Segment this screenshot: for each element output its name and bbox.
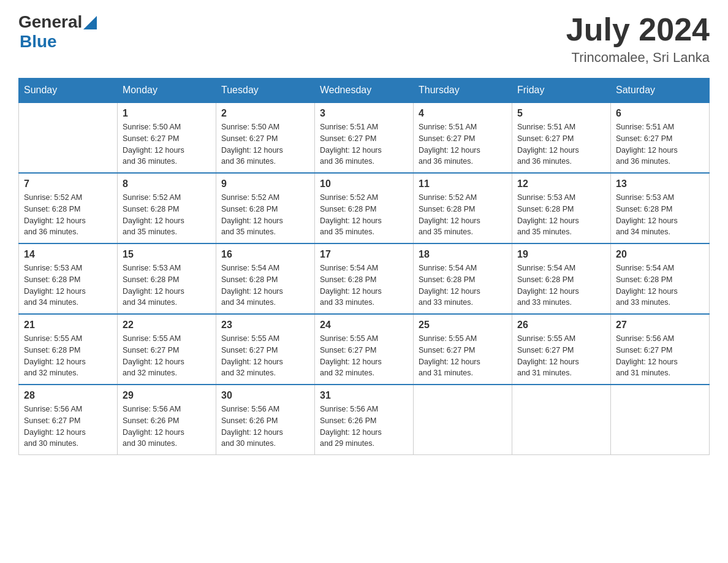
week-row-4: 28Sunrise: 5:56 AM Sunset: 6:27 PM Dayli… bbox=[19, 385, 710, 455]
day-number: 2 bbox=[221, 108, 309, 119]
day-number: 16 bbox=[221, 249, 309, 260]
calendar-cell bbox=[611, 385, 710, 455]
day-info: Sunrise: 5:56 AM Sunset: 6:27 PM Dayligh… bbox=[616, 333, 704, 379]
calendar-cell: 30Sunrise: 5:56 AM Sunset: 6:26 PM Dayli… bbox=[216, 385, 315, 455]
calendar-cell: 25Sunrise: 5:55 AM Sunset: 6:27 PM Dayli… bbox=[414, 314, 512, 385]
calendar-cell: 29Sunrise: 5:56 AM Sunset: 6:26 PM Dayli… bbox=[118, 385, 216, 455]
day-info: Sunrise: 5:52 AM Sunset: 6:28 PM Dayligh… bbox=[221, 192, 309, 238]
day-number: 28 bbox=[24, 390, 112, 401]
day-number: 4 bbox=[419, 108, 507, 119]
day-number: 17 bbox=[320, 249, 408, 260]
day-info: Sunrise: 5:54 AM Sunset: 6:28 PM Dayligh… bbox=[616, 262, 704, 308]
day-info: Sunrise: 5:52 AM Sunset: 6:28 PM Dayligh… bbox=[320, 192, 408, 238]
day-number: 20 bbox=[616, 249, 704, 260]
day-info: Sunrise: 5:53 AM Sunset: 6:28 PM Dayligh… bbox=[24, 262, 112, 308]
day-info: Sunrise: 5:56 AM Sunset: 6:27 PM Dayligh… bbox=[24, 404, 112, 450]
calendar-cell: 5Sunrise: 5:51 AM Sunset: 6:27 PM Daylig… bbox=[512, 102, 611, 173]
calendar-cell: 31Sunrise: 5:56 AM Sunset: 6:26 PM Dayli… bbox=[315, 385, 414, 455]
header-day-wednesday: Wednesday bbox=[315, 79, 414, 103]
day-info: Sunrise: 5:51 AM Sunset: 6:27 PM Dayligh… bbox=[517, 121, 605, 167]
day-info: Sunrise: 5:50 AM Sunset: 6:27 PM Dayligh… bbox=[221, 121, 309, 167]
day-info: Sunrise: 5:55 AM Sunset: 6:27 PM Dayligh… bbox=[221, 333, 309, 379]
day-info: Sunrise: 5:54 AM Sunset: 6:28 PM Dayligh… bbox=[419, 262, 507, 308]
logo: General Blue bbox=[18, 12, 97, 52]
calendar-cell: 19Sunrise: 5:54 AM Sunset: 6:28 PM Dayli… bbox=[512, 243, 611, 314]
logo-blue-text: Blue bbox=[20, 32, 57, 51]
title-section: July 2024 Trincomalee, Sri Lanka bbox=[566, 12, 710, 66]
calendar-cell bbox=[414, 385, 512, 455]
calendar-cell: 22Sunrise: 5:55 AM Sunset: 6:27 PM Dayli… bbox=[118, 314, 216, 385]
week-row-2: 14Sunrise: 5:53 AM Sunset: 6:28 PM Dayli… bbox=[19, 243, 710, 314]
day-number: 24 bbox=[320, 320, 408, 331]
week-row-1: 7Sunrise: 5:52 AM Sunset: 6:28 PM Daylig… bbox=[19, 173, 710, 243]
calendar-table: SundayMondayTuesdayWednesdayThursdayFrid… bbox=[18, 78, 710, 455]
day-info: Sunrise: 5:55 AM Sunset: 6:27 PM Dayligh… bbox=[123, 333, 211, 379]
day-info: Sunrise: 5:52 AM Sunset: 6:28 PM Dayligh… bbox=[24, 192, 112, 238]
day-info: Sunrise: 5:50 AM Sunset: 6:27 PM Dayligh… bbox=[123, 121, 211, 167]
header-day-tuesday: Tuesday bbox=[216, 79, 315, 103]
calendar-cell: 28Sunrise: 5:56 AM Sunset: 6:27 PM Dayli… bbox=[19, 385, 118, 455]
calendar-header: SundayMondayTuesdayWednesdayThursdayFrid… bbox=[19, 79, 710, 103]
header-day-friday: Friday bbox=[512, 79, 611, 103]
header-day-saturday: Saturday bbox=[611, 79, 710, 103]
day-number: 18 bbox=[419, 249, 507, 260]
day-number: 22 bbox=[123, 320, 211, 331]
day-number: 21 bbox=[24, 320, 112, 331]
calendar-cell: 10Sunrise: 5:52 AM Sunset: 6:28 PM Dayli… bbox=[315, 173, 414, 243]
calendar-cell: 9Sunrise: 5:52 AM Sunset: 6:28 PM Daylig… bbox=[216, 173, 315, 243]
day-info: Sunrise: 5:56 AM Sunset: 6:26 PM Dayligh… bbox=[221, 404, 309, 450]
day-info: Sunrise: 5:54 AM Sunset: 6:28 PM Dayligh… bbox=[221, 262, 309, 308]
day-info: Sunrise: 5:55 AM Sunset: 6:27 PM Dayligh… bbox=[320, 333, 408, 379]
day-number: 29 bbox=[123, 390, 211, 401]
calendar-cell bbox=[512, 385, 611, 455]
day-info: Sunrise: 5:51 AM Sunset: 6:27 PM Dayligh… bbox=[616, 121, 704, 167]
day-info: Sunrise: 5:53 AM Sunset: 6:28 PM Dayligh… bbox=[123, 262, 211, 308]
day-info: Sunrise: 5:55 AM Sunset: 6:27 PM Dayligh… bbox=[419, 333, 507, 379]
day-number: 5 bbox=[517, 108, 605, 119]
calendar-cell: 21Sunrise: 5:55 AM Sunset: 6:28 PM Dayli… bbox=[19, 314, 118, 385]
day-info: Sunrise: 5:55 AM Sunset: 6:28 PM Dayligh… bbox=[24, 333, 112, 379]
day-info: Sunrise: 5:54 AM Sunset: 6:28 PM Dayligh… bbox=[320, 262, 408, 308]
day-number: 7 bbox=[24, 178, 112, 190]
calendar-cell: 26Sunrise: 5:55 AM Sunset: 6:27 PM Dayli… bbox=[512, 314, 611, 385]
day-number: 15 bbox=[123, 249, 211, 260]
calendar-cell: 16Sunrise: 5:54 AM Sunset: 6:28 PM Dayli… bbox=[216, 243, 315, 314]
calendar-cell: 18Sunrise: 5:54 AM Sunset: 6:28 PM Dayli… bbox=[414, 243, 512, 314]
day-info: Sunrise: 5:53 AM Sunset: 6:28 PM Dayligh… bbox=[517, 192, 605, 238]
day-number: 9 bbox=[221, 178, 309, 190]
day-number: 30 bbox=[221, 390, 309, 401]
day-number: 14 bbox=[24, 249, 112, 260]
page-header: General Blue July 2024 Trincomalee, Sri … bbox=[18, 12, 710, 66]
header-day-thursday: Thursday bbox=[414, 79, 512, 103]
day-number: 31 bbox=[320, 390, 408, 401]
day-info: Sunrise: 5:52 AM Sunset: 6:28 PM Dayligh… bbox=[419, 192, 507, 238]
day-info: Sunrise: 5:51 AM Sunset: 6:27 PM Dayligh… bbox=[419, 121, 507, 167]
location-title: Trincomalee, Sri Lanka bbox=[566, 50, 710, 66]
calendar-cell: 1Sunrise: 5:50 AM Sunset: 6:27 PM Daylig… bbox=[118, 102, 216, 173]
day-info: Sunrise: 5:51 AM Sunset: 6:27 PM Dayligh… bbox=[320, 121, 408, 167]
calendar-cell: 2Sunrise: 5:50 AM Sunset: 6:27 PM Daylig… bbox=[216, 102, 315, 173]
day-number: 23 bbox=[221, 320, 309, 331]
day-info: Sunrise: 5:56 AM Sunset: 6:26 PM Dayligh… bbox=[320, 404, 408, 450]
calendar-cell: 13Sunrise: 5:53 AM Sunset: 6:28 PM Dayli… bbox=[611, 173, 710, 243]
logo-general-text: General bbox=[18, 12, 82, 32]
day-number: 10 bbox=[320, 178, 408, 190]
day-info: Sunrise: 5:52 AM Sunset: 6:28 PM Dayligh… bbox=[123, 192, 211, 238]
day-info: Sunrise: 5:53 AM Sunset: 6:28 PM Dayligh… bbox=[616, 192, 704, 238]
calendar-cell: 8Sunrise: 5:52 AM Sunset: 6:28 PM Daylig… bbox=[118, 173, 216, 243]
day-number: 3 bbox=[320, 108, 408, 119]
calendar-cell: 3Sunrise: 5:51 AM Sunset: 6:27 PM Daylig… bbox=[315, 102, 414, 173]
day-number: 13 bbox=[616, 178, 704, 190]
day-info: Sunrise: 5:56 AM Sunset: 6:26 PM Dayligh… bbox=[123, 404, 211, 450]
header-day-monday: Monday bbox=[118, 79, 216, 103]
week-row-0: 1Sunrise: 5:50 AM Sunset: 6:27 PM Daylig… bbox=[19, 102, 710, 173]
day-number: 11 bbox=[419, 178, 507, 190]
header-day-sunday: Sunday bbox=[19, 79, 118, 103]
day-info: Sunrise: 5:54 AM Sunset: 6:28 PM Dayligh… bbox=[517, 262, 605, 308]
calendar-body: 1Sunrise: 5:50 AM Sunset: 6:27 PM Daylig… bbox=[19, 102, 710, 455]
calendar-cell: 27Sunrise: 5:56 AM Sunset: 6:27 PM Dayli… bbox=[611, 314, 710, 385]
day-number: 26 bbox=[517, 320, 605, 331]
calendar-cell: 11Sunrise: 5:52 AM Sunset: 6:28 PM Dayli… bbox=[414, 173, 512, 243]
calendar-cell: 24Sunrise: 5:55 AM Sunset: 6:27 PM Dayli… bbox=[315, 314, 414, 385]
calendar-cell: 17Sunrise: 5:54 AM Sunset: 6:28 PM Dayli… bbox=[315, 243, 414, 314]
